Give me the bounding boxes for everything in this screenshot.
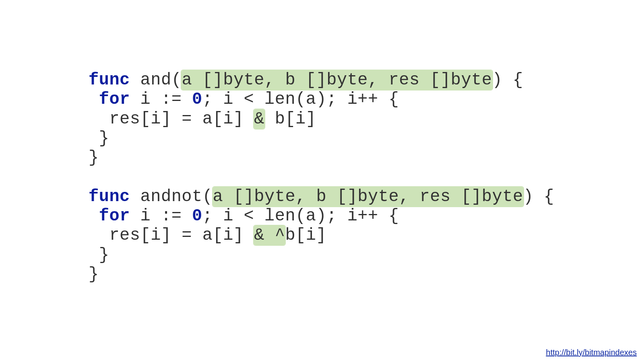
close-outer: }: [89, 148, 99, 167]
for-rest-2: ; i < len(a); i++ {: [202, 90, 399, 109]
space: [130, 187, 140, 206]
body-2: b[i]: [285, 226, 326, 245]
close-inner: }: [89, 129, 109, 148]
func-name: andnot: [140, 187, 202, 206]
params-highlight: a []byte, b []byte, res []byte: [213, 187, 523, 206]
slide: func and(a []byte, b []byte, res []byte)…: [0, 0, 644, 362]
close-outer: }: [89, 265, 99, 284]
for-rest-2: ; i < len(a); i++ {: [202, 206, 399, 226]
code-block: func and(a []byte, b []byte, res []byte)…: [89, 70, 554, 284]
open-paren: (: [171, 70, 182, 90]
operator-highlight: & ^: [254, 226, 285, 245]
for-rest-1: i :=: [130, 206, 192, 226]
params-highlight: a []byte, b []byte, res []byte: [182, 70, 492, 90]
open-paren: (: [202, 187, 213, 206]
keyword-for: for: [99, 90, 130, 109]
space: [130, 70, 140, 90]
operator-highlight: &: [254, 109, 264, 129]
number-zero: 0: [192, 90, 202, 109]
func-name: and: [140, 70, 171, 90]
body-2: b[i]: [264, 109, 316, 129]
number-zero: 0: [192, 206, 202, 226]
for-rest-1: i :=: [130, 90, 192, 109]
footer-link[interactable]: http://bit.ly/bitmapindexes: [546, 348, 637, 357]
after-params: ) {: [523, 187, 554, 206]
keyword-func: func: [89, 70, 130, 90]
keyword-for: for: [99, 206, 130, 226]
body-1: res[i] = a[i]: [89, 226, 254, 245]
close-inner: }: [89, 245, 109, 265]
keyword-func: func: [89, 187, 130, 206]
after-params: ) {: [492, 70, 523, 90]
body-1: res[i] = a[i]: [89, 109, 254, 129]
